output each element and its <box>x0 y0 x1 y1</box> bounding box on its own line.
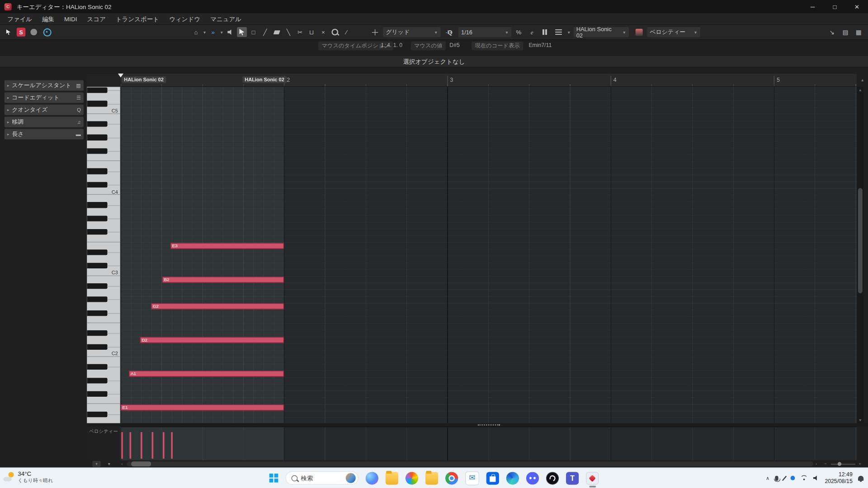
black-key[interactable] <box>87 135 107 140</box>
velocity-bar[interactable] <box>141 432 142 459</box>
zoom-slider-handle[interactable] <box>838 462 842 466</box>
menu-item-マニュアル[interactable]: マニュアル <box>205 13 246 24</box>
controller-lane-header[interactable]: ベロシティー <box>87 427 121 460</box>
autoscroll-button[interactable]: » <box>208 27 218 37</box>
taskbar-store-icon[interactable] <box>486 472 499 484</box>
part-edit-mode-dropdown-icon[interactable]: ▼ <box>203 30 206 34</box>
zoom-in-icon[interactable]: + <box>859 461 861 467</box>
lane-preset-dropdown-icon[interactable]: ▾ <box>108 461 110 467</box>
solo-editor-button[interactable]: S <box>17 28 26 37</box>
midi-note[interactable]: E3 <box>170 243 284 249</box>
minimize-button[interactable]: ─ <box>802 0 824 13</box>
black-key[interactable] <box>87 310 107 315</box>
black-key[interactable] <box>87 364 107 370</box>
expand-arrow-icon[interactable]: ▸ <box>7 83 9 88</box>
part-edit-mode-button[interactable]: ⌂ <box>191 27 201 37</box>
taskbar-discord-icon[interactable] <box>526 472 539 484</box>
black-key[interactable] <box>87 249 107 255</box>
taskbar-edge-icon[interactable] <box>506 472 519 484</box>
event-colors-icon[interactable] <box>553 27 563 37</box>
black-key[interactable] <box>87 202 107 207</box>
left-panel-section[interactable]: ▸長さ▬ <box>5 129 84 139</box>
tray-chevron-up-icon[interactable]: ∧ <box>766 475 769 481</box>
zoom-tool-button[interactable] <box>330 27 340 37</box>
black-key[interactable] <box>87 391 107 397</box>
taskbar-obs-icon[interactable] <box>546 472 559 484</box>
select-tool-button[interactable] <box>237 27 247 37</box>
midi-note[interactable]: A1 <box>129 371 284 377</box>
taskbar-chrome-icon[interactable] <box>445 472 458 484</box>
scroll-left-icon[interactable]: ‹ <box>121 461 123 467</box>
black-key[interactable] <box>87 412 107 417</box>
window-layout-icon[interactable]: ▦ <box>854 27 863 37</box>
tray-clock[interactable]: 12:49 2025/08/15 <box>825 471 852 485</box>
note-grid[interactable]: E3B2G2D2A1E1 <box>121 87 857 423</box>
tray-mic-icon[interactable] <box>775 475 778 480</box>
erase-tool-button[interactable] <box>272 27 282 37</box>
quantize-preset-select[interactable]: 1/16▼ <box>458 27 512 37</box>
iterative-quantize-icon[interactable]: % <box>514 27 524 37</box>
controller-lane-color-icon[interactable] <box>634 27 644 37</box>
grid-type-select[interactable]: グリッド▼ <box>383 27 440 37</box>
record-in-editor-button[interactable] <box>29 27 39 37</box>
glue-tool-button[interactable]: ⊔ <box>307 27 316 37</box>
scroll-up-icon[interactable]: ▲ <box>857 74 868 87</box>
black-key[interactable] <box>87 344 107 349</box>
expand-arrow-icon[interactable]: ▸ <box>7 108 9 112</box>
timeline-ruler[interactable]: 2345HALion Sonic 02HALion Sonic 02 <box>121 74 857 87</box>
vertical-scrollbar[interactable]: ▲ ▼ <box>857 87 864 423</box>
left-panel-section[interactable]: ▸移調♫ <box>5 117 84 127</box>
menu-item-トランスポート[interactable]: トランスポート <box>111 13 164 24</box>
line-tool-button[interactable]: ∕ <box>341 27 351 37</box>
range-tool-button[interactable]: □ <box>249 27 259 37</box>
length-quantize-icon[interactable] <box>540 27 550 37</box>
velocity-bar[interactable] <box>152 432 154 459</box>
taskbar-search-box[interactable]: 検索 <box>285 471 359 484</box>
velocity-bar[interactable] <box>130 432 132 459</box>
piano-keyboard[interactable]: C5C4C3C2 <box>87 87 121 423</box>
menu-item-MIDI[interactable]: MIDI <box>59 13 82 24</box>
midi-note[interactable]: E1 <box>121 405 284 411</box>
taskbar-mail-icon[interactable] <box>465 471 479 485</box>
black-key[interactable] <box>87 87 107 93</box>
horizontal-scrollbar[interactable] <box>127 461 813 466</box>
notification-bell-icon[interactable] <box>858 475 863 480</box>
taskbar-photos-icon[interactable] <box>406 472 418 484</box>
expand-arrow-icon[interactable]: ▸ <box>7 95 9 100</box>
taskbar-file-explorer-icon[interactable] <box>386 472 398 484</box>
midi-note[interactable]: G2 <box>151 303 284 309</box>
draw-tool-button[interactable]: ╱ <box>260 27 270 37</box>
taskbar-weather-widget[interactable]: 34°C くもり時々晴れ <box>3 470 53 483</box>
black-key[interactable] <box>87 182 107 188</box>
black-key[interactable] <box>87 283 107 289</box>
black-key[interactable] <box>87 297 107 302</box>
black-key[interactable] <box>87 229 107 235</box>
maximize-button[interactable]: □ <box>824 0 846 13</box>
menu-item-スコア[interactable]: スコア <box>82 13 111 24</box>
black-key[interactable] <box>87 148 107 154</box>
quantize-icon[interactable]: Q <box>445 27 455 37</box>
left-panel-section[interactable]: ▸クオンタイズQ <box>5 104 84 115</box>
midi-note[interactable]: B2 <box>162 277 284 282</box>
split-tool-button[interactable]: ✂ <box>295 27 305 37</box>
black-key[interactable] <box>87 330 107 336</box>
horizontal-scrollbar-thumb[interactable] <box>131 461 151 466</box>
trim-tool-button[interactable]: ╲ <box>283 27 293 37</box>
close-button[interactable]: ✕ <box>846 0 868 13</box>
pin-icon[interactable] <box>3 27 13 37</box>
zoom-out-icon[interactable]: − <box>824 461 827 467</box>
left-panel-section[interactable]: ▸コードエディット☰ <box>5 92 84 103</box>
autoscroll-dropdown-icon[interactable]: ▼ <box>220 30 223 34</box>
tray-wifi-icon[interactable] <box>801 475 808 481</box>
black-key[interactable] <box>87 263 107 268</box>
mute-tool-button[interactable]: × <box>318 27 328 37</box>
black-key[interactable] <box>87 378 107 383</box>
black-key[interactable] <box>87 169 107 174</box>
left-zone-toggle-icon[interactable]: ▤ <box>840 27 850 37</box>
speaker-icon[interactable] <box>225 27 235 37</box>
project-cursor-icon[interactable] <box>118 74 123 80</box>
menu-item-ファイル[interactable]: ファイル <box>2 13 37 24</box>
controller-lane-select[interactable]: ベロシティー▼ <box>647 27 700 37</box>
velocity-bar[interactable] <box>171 432 173 459</box>
lane-resize-handle-icon[interactable] <box>478 424 500 425</box>
